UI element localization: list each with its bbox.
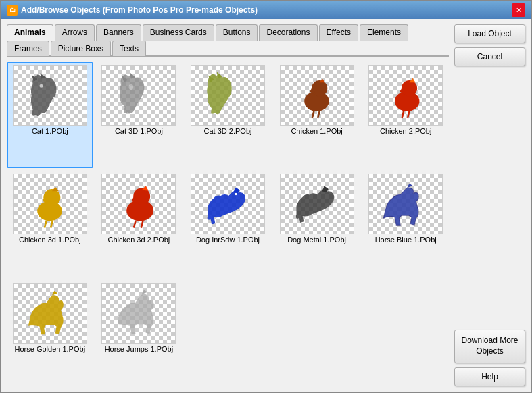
object-label: Chicken 3d 2.PObj bbox=[108, 236, 170, 244]
object-thumbnail bbox=[191, 174, 265, 234]
svg-line-6 bbox=[312, 111, 314, 117]
object-thumbnail bbox=[368, 174, 443, 234]
svg-line-24 bbox=[134, 221, 136, 227]
svg-line-12 bbox=[402, 111, 404, 117]
tab-business-cards[interactable]: Business Cards bbox=[143, 24, 214, 41]
object-item[interactable]: Cat 1.PObj bbox=[7, 62, 93, 168]
object-label: Chicken 3d 1.PObj bbox=[19, 236, 81, 244]
object-thumbnail bbox=[368, 65, 443, 126]
object-item[interactable]: Chicken 1.PObj bbox=[274, 62, 360, 168]
tab-elements[interactable]: Elements bbox=[360, 24, 408, 41]
object-thumbnail bbox=[13, 283, 87, 344]
left-panel: AnimalsArrowsBannersBusiness CardsButton… bbox=[7, 24, 449, 386]
window-title: Add/Browse Objects (From Photo Pos Pro P… bbox=[21, 5, 258, 15]
object-label: Dog InrSdw 1.PObj bbox=[196, 236, 260, 244]
right-panel-bottom: Download More Objects Help bbox=[454, 330, 525, 386]
svg-marker-10 bbox=[409, 78, 415, 82]
title-bar-left: 🗂 Add/Browse Objects (From Photo Pos Pro… bbox=[7, 5, 258, 16]
object-item[interactable]: Chicken 3d 1.PObj bbox=[7, 171, 93, 277]
object-thumbnail bbox=[13, 65, 87, 126]
svg-line-25 bbox=[141, 221, 143, 227]
object-label: Cat 1.PObj bbox=[32, 127, 68, 135]
right-panel-top: Load Object Cancel bbox=[454, 24, 525, 66]
object-label: Horse Jumps 1.PObj bbox=[105, 345, 173, 353]
tab-texts[interactable]: Texts bbox=[112, 41, 146, 56]
load-object-button[interactable]: Load Object bbox=[454, 24, 525, 43]
object-item[interactable]: Dog Metal 1.PObj bbox=[274, 171, 360, 277]
object-label: Chicken 1.PObj bbox=[291, 127, 342, 135]
svg-point-1 bbox=[128, 84, 133, 89]
tab-decorations[interactable]: Decorations bbox=[259, 24, 317, 41]
tabs-container: AnimalsArrowsBannersBusiness CardsButton… bbox=[7, 24, 449, 57]
object-item[interactable]: Dog InrSdw 1.PObj bbox=[185, 171, 271, 277]
object-item[interactable]: Cat 3D 2.PObj bbox=[185, 62, 271, 168]
cancel-button[interactable]: Cancel bbox=[454, 47, 525, 66]
object-item[interactable]: Cat 3D 1.PObj bbox=[96, 62, 183, 168]
svg-line-13 bbox=[408, 111, 410, 117]
object-label: Horse Golden 1.PObj bbox=[15, 345, 86, 353]
app-icon: 🗂 bbox=[7, 5, 18, 16]
main-window: 🗂 Add/Browse Objects (From Photo Pos Pro… bbox=[0, 0, 532, 393]
svg-point-9 bbox=[402, 80, 417, 96]
object-item[interactable]: Chicken 2.PObj bbox=[362, 62, 449, 168]
tab-arrows[interactable]: Arrows bbox=[55, 24, 95, 41]
object-label: Cat 3D 1.PObj bbox=[115, 127, 163, 135]
right-panel: Load Object Cancel Download More Objects… bbox=[454, 24, 525, 386]
svg-marker-16 bbox=[52, 186, 59, 191]
content-area: AnimalsArrowsBannersBusiness CardsButton… bbox=[1, 19, 531, 392]
svg-line-18 bbox=[45, 221, 47, 227]
tab-animals[interactable]: Animals bbox=[7, 24, 53, 41]
object-thumbnail bbox=[280, 174, 354, 234]
download-more-button[interactable]: Download More Objects bbox=[454, 330, 525, 363]
object-label: Dog Metal 1.PObj bbox=[287, 236, 346, 244]
help-button[interactable]: Help bbox=[454, 367, 525, 386]
object-thumbnail bbox=[191, 65, 265, 126]
svg-line-19 bbox=[51, 221, 53, 227]
object-item[interactable]: Horse Jumps 1.PObj bbox=[96, 280, 183, 386]
objects-grid: Cat 1.PObj Cat 3D 1.PObj Cat 3D 2.PObj C… bbox=[7, 62, 449, 386]
tab-buttons[interactable]: Buttons bbox=[216, 24, 258, 41]
tab-banners[interactable]: Banners bbox=[96, 24, 141, 41]
object-label: Chicken 2.PObj bbox=[380, 127, 431, 135]
svg-point-15 bbox=[44, 189, 61, 206]
tab-picture-boxs[interactable]: Picture Boxs bbox=[51, 41, 111, 56]
object-item[interactable]: Horse Golden 1.PObj bbox=[7, 280, 93, 386]
object-thumbnail bbox=[13, 174, 87, 234]
object-item[interactable]: Chicken 3d 2.PObj bbox=[96, 171, 183, 277]
object-thumbnail bbox=[101, 65, 176, 126]
svg-line-7 bbox=[318, 111, 320, 117]
object-thumbnail bbox=[101, 283, 176, 344]
object-thumbnail bbox=[101, 174, 176, 234]
object-label: Horse Blue 1.PObj bbox=[375, 236, 437, 244]
tab-effects[interactable]: Effects bbox=[319, 24, 358, 41]
tab-frames[interactable]: Frames bbox=[7, 41, 49, 56]
svg-point-0 bbox=[40, 84, 43, 87]
object-item[interactable]: Horse Blue 1.PObj bbox=[362, 171, 449, 277]
title-bar: 🗂 Add/Browse Objects (From Photo Pos Pro… bbox=[1, 1, 531, 19]
close-button[interactable]: ✕ bbox=[512, 3, 525, 17]
svg-point-26 bbox=[235, 193, 237, 195]
object-label: Cat 3D 2.PObj bbox=[204, 127, 252, 135]
object-thumbnail bbox=[280, 65, 354, 126]
